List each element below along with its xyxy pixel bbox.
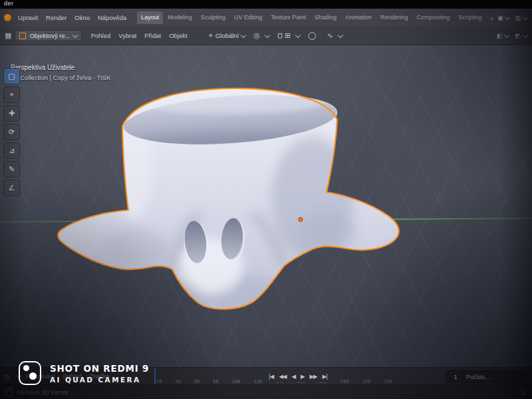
- snapping-dropdown[interactable]: Ω ⊞: [277, 31, 300, 40]
- view-layer-icon: ▥: [515, 15, 521, 21]
- tool-cursor[interactable]: ⌖: [3, 86, 20, 103]
- chevron-down-icon: [505, 14, 510, 19]
- tab-layout[interactable]: Layout: [137, 11, 163, 24]
- menu-render[interactable]: Render: [42, 12, 70, 23]
- tab-modeling[interactable]: Modeling: [164, 11, 196, 24]
- ruler-label: 120: [253, 379, 262, 384]
- orange-marker-dot: [299, 217, 303, 221]
- menu-object[interactable]: Objekt: [165, 30, 191, 41]
- ruler-label: 60: [194, 379, 200, 384]
- timeline-editor-icon[interactable]: ◷: [4, 373, 10, 380]
- menu-window[interactable]: Okno: [70, 12, 94, 23]
- gizmos-icon: ◩: [515, 33, 521, 39]
- orientation-icon: ⌖: [209, 31, 213, 40]
- camera-lens-icon: [19, 361, 41, 385]
- monitor-photo: Upravit Render Okno Nápověda Layout Mode…: [0, 0, 532, 399]
- falloff-icon: ∿: [327, 31, 333, 40]
- proportional-icon: ◯: [308, 31, 316, 40]
- next-keyframe-button[interactable]: ▶▶: [310, 373, 317, 380]
- ruler-label: 200: [340, 379, 349, 384]
- play-button[interactable]: ▶: [301, 373, 305, 380]
- tool-scale[interactable]: ⊿: [3, 142, 20, 159]
- tab-sculpting[interactable]: Sculpting: [197, 11, 229, 24]
- object-mode-icon: [19, 33, 26, 39]
- status-right-icon: ▥: [520, 389, 526, 396]
- camera-watermark: SHOT ON REDMI 9 AI QUAD CAMERA: [19, 361, 149, 385]
- falloff-dropdown[interactable]: ∿: [327, 31, 342, 40]
- editor-type-icon[interactable]: ▦: [5, 31, 11, 40]
- menu-edit[interactable]: Upravit: [14, 12, 42, 23]
- ruler-label: 220: [362, 379, 371, 384]
- view-name-label: Perspektiva Uživatele: [11, 64, 111, 71]
- status-hint: Nastavit 3D kurzor: [17, 388, 68, 396]
- tool-rotate[interactable]: ⟳: [3, 124, 20, 140]
- chevron-down-icon: [504, 32, 509, 37]
- ruler-label: 240: [384, 379, 392, 384]
- blender-window: Upravit Render Okno Nápověda Layout Mode…: [0, 9, 532, 399]
- tab-animation[interactable]: Animation: [341, 11, 376, 24]
- add-workspace-button[interactable]: +: [487, 14, 497, 24]
- ruler-label: 80: [213, 379, 218, 384]
- ruler-label: 40: [175, 379, 180, 384]
- tool-move[interactable]: ✚: [3, 105, 20, 122]
- orientation-label: Globální: [215, 32, 239, 39]
- tool-measure[interactable]: ∠: [3, 180, 20, 196]
- chevron-down-icon: [241, 32, 246, 37]
- scene-icon: ▣: [497, 15, 503, 21]
- watermark-line1: SHOT ON REDMI 9: [50, 363, 149, 374]
- magnet-icon: Ω: [277, 32, 283, 40]
- status-bar: Nastavit 3D kurzor ▥: [0, 384, 532, 399]
- tool-annotate[interactable]: ✎: [3, 161, 20, 178]
- view-layer-selector[interactable]: ▥: [515, 15, 527, 21]
- frame-start-field[interactable]: Počáte...: [462, 370, 527, 383]
- chevron-down-icon: [265, 32, 270, 37]
- chevron-down-icon: [72, 32, 77, 37]
- playback-controls: |◀ ◀◀ ◀ ▶ ▶▶ ▶|: [265, 370, 331, 382]
- turtle-pot-model[interactable]: [0, 45, 532, 368]
- topbar: Upravit Render Okno Nápověda Layout Mode…: [0, 9, 532, 27]
- play-reverse-button[interactable]: ◀: [291, 373, 295, 380]
- watermark-line2: AI QUAD CAMERA: [50, 376, 149, 384]
- tool-select-box[interactable]: ▢: [3, 68, 20, 84]
- viewport-3d[interactable]: Perspektiva Uživatele (1) Collection | C…: [0, 45, 532, 368]
- pivot-icon: ◎: [253, 31, 260, 40]
- playhead[interactable]: [154, 368, 156, 385]
- transform-orientation-dropdown[interactable]: ⌖ Globální: [209, 31, 246, 40]
- menu-select[interactable]: Vybrat: [114, 30, 140, 41]
- pivot-point-dropdown[interactable]: ◎: [253, 31, 269, 40]
- window-title-fragment: der: [4, 0, 14, 7]
- proportional-editing-toggle[interactable]: ◯: [308, 31, 319, 40]
- scene-selector[interactable]: ▣: [497, 15, 510, 21]
- menu-add[interactable]: Přidat: [140, 30, 165, 41]
- mouse-icon: [6, 388, 13, 397]
- tab-compositing[interactable]: Compositing: [413, 11, 454, 24]
- viewport-overlay-text: Perspektiva Uživatele (1) Collection | C…: [11, 64, 111, 81]
- ruler-label: 100: [232, 379, 241, 384]
- chevron-down-icon: [523, 14, 528, 19]
- mode-label: Objektový re...: [29, 32, 70, 39]
- viewport-header: ▦ Objektový re... Pohled Vybrat Přidat O…: [0, 27, 532, 45]
- ruler-label: 20: [156, 379, 162, 384]
- active-object-label: (1) Collection | Copy of želva - TISK: [11, 74, 111, 81]
- snap-grid-icon: ⊞: [285, 31, 291, 40]
- menu-help[interactable]: Nápověda: [94, 12, 130, 23]
- jump-to-start-button[interactable]: |◀: [269, 373, 273, 380]
- blender-logo-icon[interactable]: [4, 14, 11, 21]
- tab-rendering[interactable]: Rendering: [376, 11, 412, 24]
- prev-keyframe-button[interactable]: ◀◀: [279, 373, 286, 380]
- gizmos-toggle[interactable]: ◩: [515, 33, 527, 39]
- overlays-icon: ◧: [497, 33, 503, 39]
- tab-uv-editing[interactable]: UV Editing: [230, 11, 267, 24]
- tab-scripting[interactable]: Scripting: [455, 11, 486, 24]
- chevron-down-icon: [338, 32, 343, 37]
- menu-view[interactable]: Pohled: [87, 30, 115, 41]
- monitor-bezel: der: [0, 0, 532, 9]
- chevron-down-icon: [523, 32, 528, 37]
- workspace-tabs: Layout Modeling Sculpting UV Editing Tex…: [137, 11, 497, 24]
- mode-selector[interactable]: Objektový re...: [15, 30, 81, 41]
- tool-shelf: ▢ ⌖ ✚ ⟳ ⊿ ✎ ∠: [3, 68, 20, 196]
- tab-texture-paint[interactable]: Texture Paint: [267, 11, 310, 24]
- overlays-toggle[interactable]: ◧: [497, 33, 509, 39]
- tab-shading[interactable]: Shading: [311, 11, 340, 24]
- jump-to-end-button[interactable]: ▶|: [323, 373, 327, 380]
